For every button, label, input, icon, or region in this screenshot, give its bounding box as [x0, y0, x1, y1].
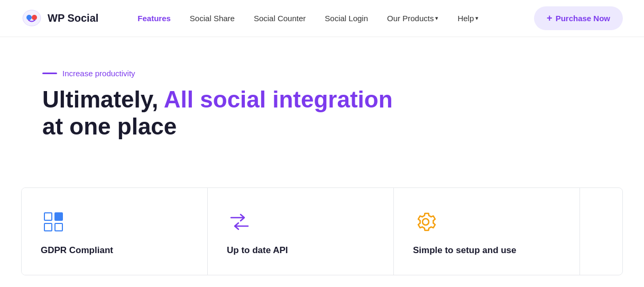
svg-point-2	[26, 15, 32, 20]
hero-title: Ultimately, All social integration at on…	[42, 86, 412, 140]
setup-icon	[413, 209, 438, 235]
gear-icon	[413, 209, 438, 235]
hero-title-purple: All social integration	[164, 86, 393, 112]
gdpr-sq-top-right	[54, 212, 63, 221]
api-icon	[227, 209, 252, 235]
hero-section: Increase productivity Ultimately, All so…	[0, 37, 644, 187]
setup-title: Simple to setup and use	[413, 245, 560, 256]
feature-cards: GDPR Compliant Up to date API Simple to …	[21, 187, 623, 275]
tag-line-decoration	[42, 73, 57, 74]
nav-item-social-counter[interactable]: Social Counter	[246, 10, 313, 27]
card-api: Up to date API	[208, 188, 394, 275]
nav-item-features[interactable]: Features	[130, 10, 178, 27]
logo-text: WP Social	[48, 12, 98, 24]
gdpr-sq-bottom-left	[44, 223, 52, 231]
hero-title-static: Ultimately,	[42, 86, 164, 112]
logo[interactable]: WP Social	[21, 8, 98, 29]
card-setup: Simple to setup and use	[394, 188, 580, 275]
api-title: Up to date API	[227, 245, 374, 256]
nav-item-our-products[interactable]: Our Products ▾	[380, 10, 446, 27]
card-extra	[580, 188, 622, 275]
svg-point-1	[23, 10, 41, 26]
svg-point-3	[32, 15, 37, 20]
gdpr-sq-top-left	[44, 212, 52, 221]
hero-tag-text: Increase productivity	[62, 69, 135, 78]
help-arrow-icon: ▾	[475, 15, 479, 22]
gdpr-sq-bottom-right	[54, 223, 63, 231]
nav-item-social-login[interactable]: Social Login	[317, 10, 375, 27]
nav-item-help[interactable]: Help ▾	[450, 10, 486, 27]
logo-icon	[21, 8, 42, 29]
hero-title-line2: at one place	[42, 113, 177, 139]
navbar: WP Social Features Social Share Social C…	[0, 0, 644, 37]
hero-tag: Increase productivity	[42, 69, 602, 78]
gdpr-title: GDPR Compliant	[41, 245, 188, 256]
purchase-label: Purchase Now	[556, 14, 610, 23]
api-arrows-icon	[227, 211, 252, 232]
card-gdpr: GDPR Compliant	[22, 188, 208, 275]
our-products-arrow-icon: ▾	[435, 15, 438, 22]
nav-item-social-share[interactable]: Social Share	[182, 10, 242, 27]
purchase-button[interactable]: + Purchase Now	[534, 6, 623, 30]
nav-links: Features Social Share Social Counter Soc…	[130, 10, 534, 27]
purchase-plus-icon: +	[547, 13, 553, 24]
gdpr-icon	[41, 209, 66, 235]
